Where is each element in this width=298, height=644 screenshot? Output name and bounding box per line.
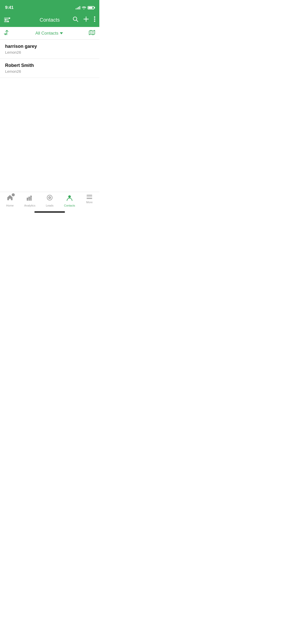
- status-icons: [76, 6, 94, 9]
- home-badge: [12, 193, 15, 196]
- header-left: [4, 18, 10, 22]
- map-icon[interactable]: [89, 30, 95, 37]
- tab-more-label: More: [86, 201, 92, 204]
- search-icon[interactable]: [73, 16, 78, 23]
- app-header: Contacts: [0, 13, 99, 27]
- status-bar: 9:41: [0, 0, 99, 13]
- tab-leads-label: Leads: [46, 204, 53, 207]
- svg-line-7: [76, 20, 78, 22]
- tab-home[interactable]: Home: [1, 194, 19, 207]
- leads-icon: [46, 194, 53, 203]
- contact-company-0: Lemon26: [5, 50, 94, 54]
- analytics-icon: [26, 194, 33, 203]
- home-indicator: [34, 211, 65, 213]
- signal-icon: [76, 6, 80, 9]
- add-icon[interactable]: [83, 16, 89, 23]
- svg-point-10: [94, 17, 95, 18]
- overflow-menu-icon[interactable]: [94, 16, 95, 23]
- home-icon: [6, 194, 13, 203]
- wifi-icon: [82, 6, 86, 9]
- filter-selector[interactable]: All Contacts: [35, 31, 63, 36]
- contact-name-1: Robert Smith: [5, 63, 94, 68]
- tab-contacts[interactable]: Contacts: [61, 194, 78, 207]
- tab-leads[interactable]: Leads: [41, 194, 59, 207]
- tab-contacts-label: Contacts: [64, 204, 75, 207]
- filter-label: All Contacts: [35, 31, 59, 36]
- filter-bar: All Contacts: [0, 27, 99, 40]
- battery-icon: [88, 6, 94, 9]
- svg-point-23: [68, 195, 71, 198]
- contact-list: harrison garey Lemon26 Robert Smith Lemo…: [0, 40, 99, 78]
- status-time: 9:41: [5, 5, 13, 10]
- svg-point-5: [7, 21, 9, 22]
- header-actions: [73, 16, 95, 23]
- tab-home-label: Home: [6, 204, 13, 207]
- contacts-icon: [66, 194, 73, 203]
- svg-point-22: [49, 197, 50, 198]
- page-title: Contacts: [40, 17, 60, 23]
- svg-point-12: [94, 21, 95, 22]
- tab-analytics[interactable]: Analytics: [21, 194, 39, 207]
- more-icon: [86, 194, 93, 200]
- contact-item-0[interactable]: harrison garey Lemon26: [0, 40, 99, 59]
- svg-rect-18: [29, 197, 30, 201]
- tab-more[interactable]: More: [80, 194, 98, 204]
- svg-rect-0: [4, 18, 9, 19]
- contact-name-0: harrison garey: [5, 44, 94, 49]
- svg-point-4: [5, 19, 6, 21]
- svg-point-11: [94, 19, 95, 20]
- settings-icon[interactable]: [4, 18, 10, 22]
- filter-dropdown-arrow: [60, 32, 63, 34]
- contact-item-1[interactable]: Robert Smith Lemon26: [0, 59, 99, 78]
- sort-icon[interactable]: [4, 30, 10, 37]
- contact-company-1: Lemon26: [5, 69, 94, 74]
- tab-analytics-label: Analytics: [24, 204, 35, 207]
- svg-point-3: [9, 18, 10, 19]
